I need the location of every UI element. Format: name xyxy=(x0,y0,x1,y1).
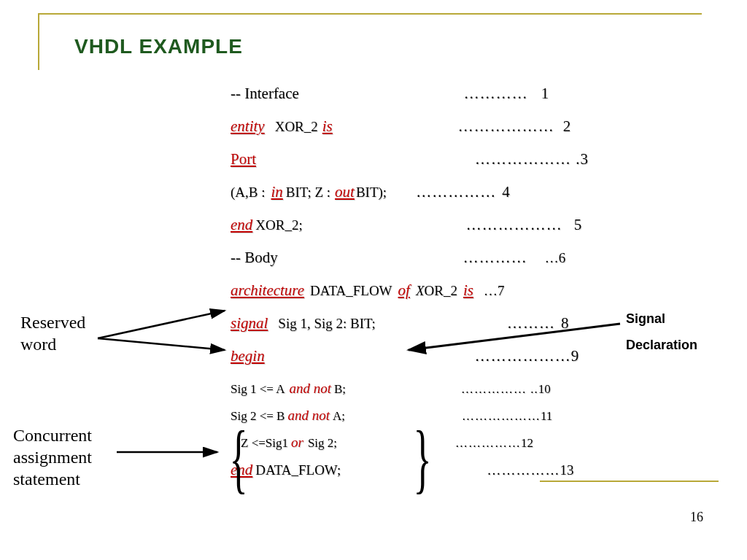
code-line-3: Port ……………… . 3 xyxy=(231,152,588,167)
code-line-11: Sig 2 <= B and not A; ……………… 11 xyxy=(231,408,588,422)
brace-left-icon: { xyxy=(230,420,248,497)
code-line-5: end XOR_2; ……………… 5 xyxy=(231,217,588,233)
code-line-2: entity XOR_2 is ……………… 2 xyxy=(231,119,588,134)
label-concurrent-assignment: Concurrent assignment statement xyxy=(13,424,92,490)
code-line-1: -- Interface ………… 1 xyxy=(231,86,588,101)
arrow-signal-declaration-icon xyxy=(401,321,627,357)
decorative-left-rule xyxy=(38,13,39,70)
svg-line-1 xyxy=(98,338,225,350)
brace-right-icon: } xyxy=(414,420,432,497)
code-line-10: Sig 1 <= A and not B; …………… .. 10 xyxy=(231,381,588,395)
svg-line-3 xyxy=(409,324,620,350)
code-line-7: architecture DATA_FLOW of XOR_2 is …7 xyxy=(231,283,588,298)
decorative-top-rule xyxy=(38,13,702,15)
arrow-reserved-to-signal-icon xyxy=(95,334,241,370)
label-signal-declaration: Signal Declaration xyxy=(626,306,697,358)
slide-title: VHDL EXAMPLE xyxy=(74,35,243,58)
page-number: 16 xyxy=(690,510,703,525)
code-line-13: end DATA_FLOW; …………… 13 xyxy=(231,462,588,478)
label-reserved-word: Reserved word xyxy=(20,311,85,355)
vhdl-code-block: -- Interface ………… 1 entity XOR_2 is …………… xyxy=(231,86,588,495)
code-line-6: -- Body ………… …6 xyxy=(231,250,588,265)
code-line-4: (A,B : in BIT; Z : out BIT); …………… 4 xyxy=(231,184,588,200)
code-line-12: Z <=Sig1 or Sig 2; …………… 12 xyxy=(231,435,588,449)
arrow-concurrent-icon xyxy=(115,445,232,459)
